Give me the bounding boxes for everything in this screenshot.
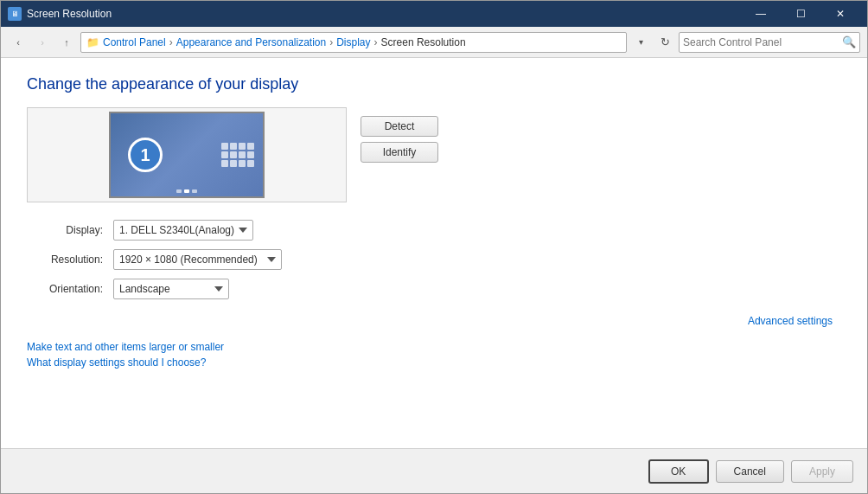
identify-button[interactable]: Identify	[361, 142, 438, 163]
sep3: ›	[374, 36, 378, 48]
minimize-button[interactable]: —	[741, 1, 781, 27]
help-link-display-settings[interactable]: What display settings should I choose?	[27, 356, 841, 369]
monitor-preview: 1	[109, 112, 265, 198]
sep2: ›	[329, 36, 333, 48]
window: 🖥 Screen Resolution — ☐ ✕ ‹ › ↑ 📁 Contro…	[0, 0, 868, 494]
monitor-dot	[176, 189, 182, 193]
search-input[interactable]	[683, 36, 842, 48]
sep1: ›	[169, 36, 173, 48]
grid-cell	[239, 151, 246, 158]
grid-cell	[230, 151, 237, 158]
address-bar: ‹ › ↑ 📁 Control Panel › Appearance and P…	[1, 27, 867, 58]
close-button[interactable]: ✕	[820, 1, 860, 27]
apply-button[interactable]: Apply	[791, 460, 853, 483]
monitor-preview-container: 1	[27, 107, 347, 202]
forward-button[interactable]: ›	[32, 32, 53, 53]
grid-cell	[239, 160, 246, 167]
monitor-dot	[192, 189, 197, 193]
grid-cell	[247, 160, 254, 167]
restore-button[interactable]: ☐	[781, 1, 820, 27]
help-link-text-size[interactable]: Make text and other items larger or smal…	[27, 341, 841, 353]
up-button[interactable]: ↑	[56, 32, 77, 53]
orientation-select[interactable]: Landscape Portrait Landscape (flipped) P…	[113, 279, 229, 299]
monitor-dot-active	[184, 189, 189, 193]
grid-cell	[239, 143, 246, 150]
form-section: Display: 1. DELL S2340L(Analog) 2. Secon…	[27, 220, 841, 308]
window-title: Screen Resolution	[27, 8, 741, 20]
display-section: 1	[27, 107, 841, 202]
search-icon-button[interactable]: 🔍	[842, 35, 856, 48]
advanced-settings-link[interactable]: Advanced settings	[27, 315, 841, 327]
address-path: 📁 Control Panel › Appearance and Persona…	[80, 32, 627, 53]
breadcrumb-current: Screen Resolution	[381, 36, 466, 48]
folder-icon: 📁	[86, 36, 99, 48]
breadcrumb-display[interactable]: Display	[336, 36, 370, 48]
orientation-label: Orientation:	[27, 283, 113, 295]
display-select[interactable]: 1. DELL S2340L(Analog) 2. Secondary Disp…	[113, 220, 253, 241]
grid-cell	[247, 143, 254, 150]
resolution-select[interactable]: 1920 × 1080 (Recommended) 1600 × 900 128…	[113, 249, 282, 270]
window-icon: 🖥	[8, 7, 22, 21]
search-box: 🔍	[679, 32, 860, 53]
display-label: Display:	[27, 224, 113, 236]
grid-cell	[221, 151, 228, 158]
window-controls: — ☐ ✕	[741, 1, 860, 27]
resolution-row: Resolution: 1920 × 1080 (Recommended) 16…	[27, 249, 841, 270]
resolution-label: Resolution:	[27, 253, 113, 266]
monitor-footer	[176, 189, 197, 193]
main-content: Change the appearance of your display 1	[1, 58, 867, 448]
page-title: Change the appearance of your display	[27, 75, 841, 93]
back-button[interactable]: ‹	[8, 32, 29, 53]
grid-cell	[221, 143, 228, 150]
monitor-grid	[221, 143, 254, 167]
title-bar: 🖥 Screen Resolution — ☐ ✕	[1, 1, 867, 27]
grid-cell	[221, 160, 228, 167]
detect-button[interactable]: Detect	[361, 116, 438, 137]
refresh-button[interactable]: ↻	[654, 32, 675, 53]
address-dropdown-button[interactable]: ▾	[630, 32, 651, 53]
help-links: Make text and other items larger or smal…	[27, 341, 841, 372]
footer: OK Cancel Apply	[1, 448, 867, 493]
grid-cell	[230, 160, 237, 167]
grid-cell	[230, 143, 237, 150]
breadcrumb-appearance[interactable]: Appearance and Personalization	[176, 36, 326, 48]
display-row: Display: 1. DELL S2340L(Analog) 2. Secon…	[27, 220, 841, 241]
display-buttons: Detect Identify	[361, 107, 438, 202]
breadcrumb-control-panel[interactable]: Control Panel	[103, 36, 166, 48]
cancel-button[interactable]: Cancel	[716, 460, 784, 483]
ok-button[interactable]: OK	[648, 459, 709, 484]
grid-cell	[247, 151, 254, 158]
orientation-row: Orientation: Landscape Portrait Landscap…	[27, 279, 841, 299]
monitor-number-badge: 1	[128, 138, 163, 172]
